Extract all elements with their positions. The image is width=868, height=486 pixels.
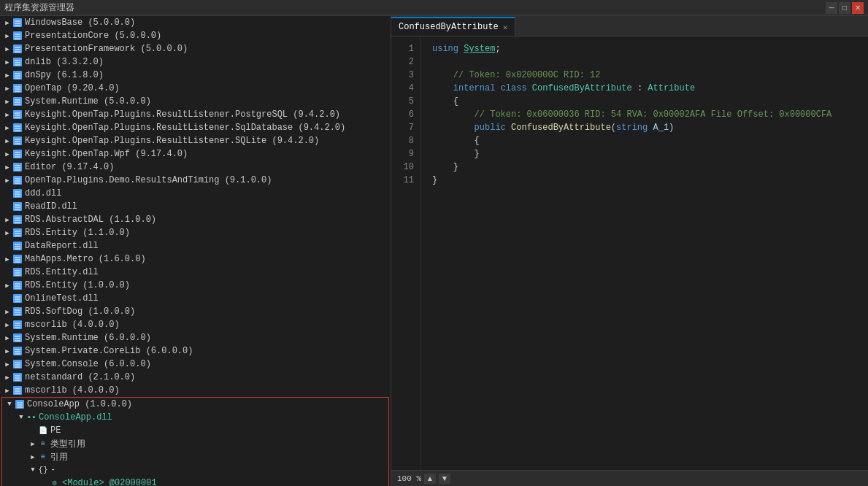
- list-item[interactable]: ddd.dll: [0, 187, 391, 200]
- expand-arrow[interactable]: [3, 71, 12, 80]
- list-item[interactable]: System.Runtime (6.0.0.0): [0, 331, 391, 344]
- refs-item[interactable]: ≡ 引用: [2, 450, 388, 463]
- type-refs-item[interactable]: ≡ 类型引用: [2, 437, 388, 450]
- assembly-icon: [14, 398, 26, 410]
- namespace-item[interactable]: {} -: [2, 463, 388, 477]
- item-label: RDS.Entity.dll: [25, 267, 99, 277]
- assembly-icon: [12, 253, 23, 265]
- expand-arrow[interactable]: [3, 347, 12, 355]
- expand-arrow[interactable]: [3, 45, 12, 53]
- expand-arrow[interactable]: [3, 281, 12, 290]
- expand-arrow[interactable]: [3, 360, 12, 369]
- item-label: Editor (9.17.4.0): [25, 162, 114, 172]
- list-item[interactable]: MahApps.Metro (1.6.0.0): [0, 252, 391, 266]
- expand-arrow[interactable]: [28, 452, 37, 461]
- expand-arrow[interactable]: [3, 333, 12, 342]
- assembly-tree[interactable]: WindowsBase (5.0.0.0) PresentationCore (…: [0, 16, 391, 486]
- expand-arrow[interactable]: [3, 176, 12, 185]
- list-item[interactable]: Keysight.OpenTap.Plugins.ResultListener.…: [0, 121, 391, 134]
- expand-arrow: [3, 268, 12, 277]
- list-item[interactable]: Keysight.OpenTap.Plugins.ResultListener.…: [0, 108, 391, 121]
- expand-arrow[interactable]: [3, 31, 12, 40]
- expand-arrow[interactable]: [3, 150, 12, 158]
- assembly-icon: [12, 188, 23, 199]
- list-item[interactable]: Keysight.OpenTap.Plugins.ResultListener.…: [0, 134, 391, 147]
- assembly-icon: [12, 17, 23, 28]
- list-item[interactable]: WindowsBase (5.0.0.0): [0, 16, 391, 29]
- expand-arrow: [3, 242, 12, 250]
- expand-arrow[interactable]: [3, 228, 12, 237]
- expand-arrow[interactable]: [3, 18, 12, 27]
- list-item[interactable]: Keysight.OpenTap.Wpf (9.17.4.0): [0, 147, 391, 161]
- list-item[interactable]: PresentationCore (5.0.0.0): [0, 29, 391, 42]
- list-item[interactable]: DataReport.dll: [0, 239, 391, 252]
- list-item[interactable]: mscorlib (4.0.0.0): [0, 318, 391, 331]
- list-item[interactable]: mscorlib (4.0.0.0): [0, 384, 391, 397]
- item-label: System.Console (6.0.0.0): [25, 359, 151, 369]
- expand-arrow[interactable]: [3, 163, 12, 171]
- item-label: Keysight.OpenTap.Plugins.ResultListener.…: [25, 123, 345, 133]
- item-label: 类型引用: [50, 438, 85, 450]
- item-label: Keysight.OpenTap.Plugins.ResultListener.…: [25, 109, 340, 120]
- maximize-button[interactable]: □: [839, 2, 850, 14]
- item-label: Keysight.OpenTap.Plugins.ResultListener.…: [25, 136, 319, 146]
- expand-arrow[interactable]: [3, 255, 12, 263]
- list-item[interactable]: OpenTap (9.20.4.0): [0, 82, 391, 95]
- list-item[interactable]: System.Runtime (5.0.0.0): [0, 95, 391, 108]
- dll-icon: ▪▪: [26, 412, 37, 423]
- item-label: System.Runtime (6.0.0.0): [25, 333, 151, 343]
- item-label: ConsoleApp.dll: [39, 412, 112, 423]
- close-button[interactable]: ✕: [852, 2, 864, 14]
- expand-arrow[interactable]: [17, 413, 26, 422]
- list-item[interactable]: RDS.Entity (1.1.0.0): [0, 226, 391, 239]
- list-item[interactable]: OnlineTest.dll: [0, 292, 391, 305]
- expand-arrow[interactable]: [5, 400, 14, 409]
- list-item[interactable]: netstandard (2.1.0.0): [0, 371, 391, 384]
- list-item[interactable]: RDS.AbstractDAL (1.1.0.0): [0, 213, 391, 226]
- expand-arrow[interactable]: [3, 136, 12, 145]
- tab-confused-by-attribute[interactable]: ConfusedByAttribute ✕: [391, 17, 515, 36]
- zoom-down-button[interactable]: ▼: [439, 474, 450, 484]
- list-item[interactable]: dnSpy (6.1.8.0): [0, 69, 391, 82]
- class-icon: ⚙: [49, 477, 61, 486]
- list-item[interactable]: System.Console (6.0.0.0): [0, 358, 391, 371]
- list-item[interactable]: dnlib (3.3.2.0): [0, 55, 391, 69]
- consoleapp-dll-item[interactable]: ▪▪ ConsoleApp.dll: [2, 411, 388, 424]
- list-item[interactable]: RDS.Entity.dll: [0, 266, 391, 279]
- list-item[interactable]: ReadID.dll: [0, 200, 391, 213]
- list-item[interactable]: RDS.SoftDog (1.0.0.0): [0, 305, 391, 318]
- expand-arrow[interactable]: [3, 307, 12, 316]
- assembly-icon: [12, 332, 23, 344]
- expand-arrow[interactable]: [3, 320, 12, 329]
- module-item[interactable]: ⚙ <Module> @02000001: [2, 477, 388, 486]
- item-label: RDS.SoftDog (1.0.0.0): [25, 306, 135, 317]
- pe-item[interactable]: 📄 PE: [2, 424, 388, 437]
- expand-arrow[interactable]: [3, 386, 12, 395]
- list-item[interactable]: OpenTap.Plugins.Demo.ResultsAndTiming (9…: [0, 174, 391, 187]
- list-item[interactable]: PresentationFramework (5.0.0.0): [0, 42, 391, 55]
- list-item[interactable]: RDS.Entity (1.0.0.0): [0, 279, 391, 292]
- item-label: <Module> @02000001: [62, 478, 157, 486]
- expand-arrow[interactable]: [3, 84, 12, 93]
- expand-arrow[interactable]: [3, 123, 12, 132]
- expand-arrow[interactable]: [3, 373, 12, 382]
- folder-icon: 📄: [37, 425, 49, 436]
- code-content[interactable]: using System; // Token: 0x0200000C RID: …: [420, 36, 868, 470]
- list-item[interactable]: System.Private.CoreLib (6.0.0.0): [0, 344, 391, 358]
- expand-arrow[interactable]: [28, 466, 37, 474]
- title-bar-text: 程序集资源管理器: [4, 1, 74, 14]
- assembly-icon: [12, 371, 23, 383]
- zoom-up-button[interactable]: ▲: [424, 474, 436, 484]
- expand-arrow[interactable]: [3, 58, 12, 66]
- expand-arrow[interactable]: [3, 110, 12, 119]
- expand-arrow[interactable]: [3, 215, 12, 224]
- list-item[interactable]: Editor (9.17.4.0): [0, 161, 391, 174]
- expand-arrow[interactable]: [3, 97, 12, 106]
- expand-arrow[interactable]: [28, 439, 37, 448]
- assembly-icon: [12, 358, 23, 370]
- tab-close-button[interactable]: ✕: [503, 23, 508, 32]
- assembly-icon: [12, 227, 23, 239]
- minimize-button[interactable]: ─: [826, 2, 837, 14]
- consoleapp-assembly-item[interactable]: ConsoleApp (1.0.0.0): [2, 398, 388, 411]
- item-label: OpenTap.Plugins.Demo.ResultsAndTiming (9…: [25, 175, 272, 185]
